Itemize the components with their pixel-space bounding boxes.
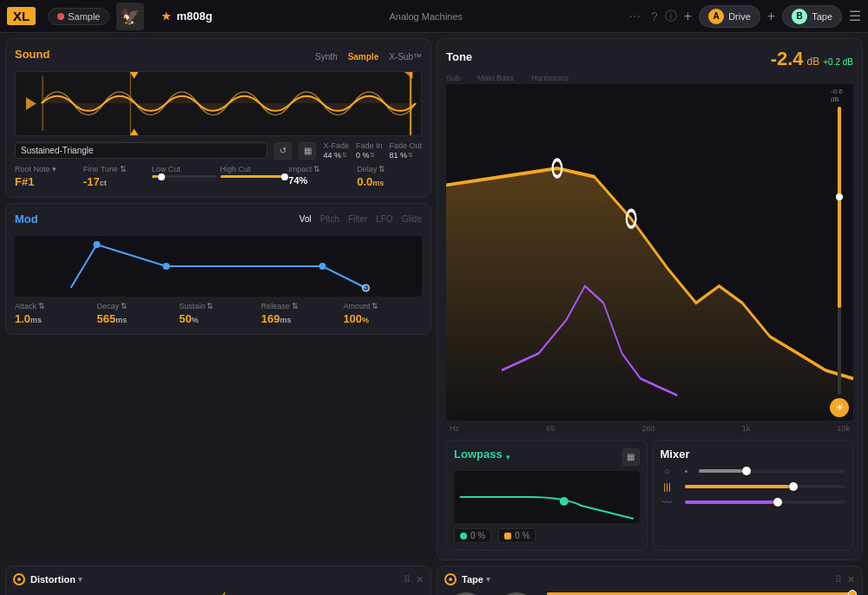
mixer-slider-1[interactable] (699, 469, 846, 473)
fadein-control[interactable]: Fade In 0 %⇅ (356, 141, 383, 160)
low-cut-slider[interactable] (152, 175, 217, 178)
root-note-value[interactable]: F#1 (15, 175, 80, 188)
mod-panel: Mod Vol Pitch Filter LFO Glide (5, 203, 431, 335)
mod-tab-lfo[interactable]: LFO (376, 214, 392, 224)
star-icon[interactable]: ★ (161, 10, 171, 23)
add-right-icon[interactable]: + (767, 9, 775, 24)
mod-tab-pitch[interactable]: Pitch (320, 214, 339, 224)
distortion-power-btn[interactable] (13, 573, 25, 585)
tone-title: Tone (446, 50, 472, 63)
preset-name-text: m808g (176, 10, 212, 23)
mixer-wave-icon: 〰 (661, 497, 674, 507)
tape-chevron[interactable]: ▾ (486, 575, 490, 584)
mixer-row-2: ||| (661, 481, 846, 492)
high-cut-slider[interactable] (220, 175, 286, 178)
synth-tab[interactable]: Synth (315, 52, 338, 62)
menu-icon[interactable]: ☰ (849, 8, 861, 24)
fadeout-label: Fade Out (389, 141, 422, 150)
sample-tab[interactable]: Sample (348, 52, 379, 62)
distortion-chevron[interactable]: ▾ (78, 575, 82, 584)
brightness-icon[interactable]: ☀ (830, 398, 849, 417)
distortion-close-icon[interactable]: ✕ (416, 574, 424, 585)
nav-b-button[interactable]: B Tape (782, 5, 842, 28)
tone-vertical-slider[interactable] (838, 107, 841, 395)
mixer-circle-icon: ○ (661, 466, 674, 476)
nav-b-label: Tape (812, 11, 832, 22)
mixer-title: Mixer (661, 448, 690, 461)
brand-dots[interactable]: ··· (629, 9, 641, 24)
high-cut-label: High Cut (220, 165, 286, 173)
sub-label: Sub (446, 74, 460, 82)
lowpass-grid-btn[interactable]: ▦ (622, 448, 640, 466)
svg-marker-14 (205, 592, 232, 596)
tone-db-unit: dB (807, 56, 820, 68)
mixer-row-3: 〰 (661, 497, 846, 507)
xfade-label: X-Fade (323, 141, 349, 150)
delay-value[interactable]: 0.0ms (357, 175, 422, 188)
mod-tab-filter[interactable]: Filter (348, 214, 367, 224)
nav-a-label: Drive (728, 11, 751, 22)
impact-value[interactable]: 74% (288, 175, 353, 186)
amount-group: Amount ⇅ 100% (343, 302, 422, 325)
brand-name: Analog Machines (230, 11, 622, 22)
svg-point-8 (163, 263, 170, 270)
nav-a-button[interactable]: A Drive (699, 5, 760, 28)
tone-header: Tone -2.4 dB +0.2 dB (446, 48, 853, 70)
lowpass-header: Lowpass ▾ ▦ (454, 448, 640, 466)
attack-value[interactable]: 1.0ms (15, 312, 94, 325)
lowpass-chevron[interactable]: ▾ (506, 453, 510, 461)
distortion-handle-icon[interactable]: ⠿ (404, 574, 411, 585)
lowpass-val1[interactable]: 0 % (454, 528, 491, 543)
info-icon[interactable]: ⓘ (665, 9, 677, 24)
lowpass-val2[interactable]: 0 % (498, 528, 536, 543)
tape-power-btn[interactable] (444, 573, 457, 585)
root-note-chevron[interactable]: ▾ (52, 165, 56, 173)
lowpass-title: Lowpass (454, 448, 503, 461)
sustain-value[interactable]: 50% (179, 312, 258, 325)
sample-button[interactable]: Sample (48, 8, 109, 25)
mixer-dot-icon: • (680, 466, 694, 476)
tape-handle-icon[interactable]: ⠿ (835, 574, 842, 585)
add-left-icon[interactable]: + (684, 9, 692, 24)
mixer-slider-2[interactable] (685, 485, 846, 488)
low-cut-group: Low Cut (152, 165, 217, 188)
mod-tab-glide[interactable]: Glide (402, 214, 422, 224)
harmonics-label: Harmonics (531, 74, 569, 82)
low-cut-label: Low Cut (152, 165, 217, 173)
decay-value[interactable]: 565ms (97, 312, 176, 325)
svg-rect-2 (130, 72, 131, 135)
delay-label: Delay ⇅ (357, 165, 422, 173)
loop-button[interactable]: ↺ (274, 142, 292, 160)
circle-a: A (708, 9, 724, 24)
release-value[interactable]: 169ms (261, 312, 340, 325)
mod-tabs: Vol Pitch Filter LFO Glide (299, 214, 422, 224)
mixer-bars-icon: ||| (661, 481, 674, 492)
mod-tab-vol[interactable]: Vol (299, 214, 312, 224)
fine-tune-value: -17ct (83, 175, 148, 188)
xfade-control[interactable]: X-Fade 44 %⇅ (323, 141, 349, 160)
amount-value[interactable]: 100% (343, 312, 422, 325)
xsub-tab[interactable]: X-Sub™ (389, 52, 422, 62)
tone-db-change: +0.2 dB (823, 57, 853, 67)
high-cut-group: High Cut (220, 165, 286, 188)
preset-select[interactable]: Sustained-Triangle (15, 142, 267, 159)
preset-name-header: ★ m808g (151, 10, 222, 23)
tone-chart: -0.6 dB ☀ (446, 84, 853, 421)
record-dot (57, 13, 64, 20)
svg-point-9 (319, 263, 326, 270)
tape-close-icon[interactable]: ✕ (847, 574, 855, 585)
sustain-group: Sustain ⇅ 50% (179, 302, 258, 325)
top-nav: XL Sample 🦅 ★ m808g Analog Machines ··· … (0, 0, 868, 33)
mixer-slider-3[interactable] (685, 500, 846, 504)
fadeout-control[interactable]: Fade Out 81 %⇅ (389, 141, 422, 160)
grid-button[interactable]: ▦ (299, 142, 316, 160)
release-group: Release ⇅ 169ms (261, 302, 340, 325)
impact-label: Impact ⇅ (288, 165, 353, 173)
sound-controls: Sustained-Triangle ↺ ▦ X-Fade 44 %⇅ Fade… (15, 141, 422, 160)
lowpass-footer: 0 % 0 % (454, 528, 640, 543)
sound-title: Sound (15, 48, 49, 61)
tone-vertical-controls: -0.6 dB ☀ (831, 88, 848, 417)
help-icon[interactable]: ? (651, 10, 658, 23)
fine-tune-chevron[interactable]: ⇅ (120, 165, 127, 173)
fine-tune-group: Fine Tune ⇅ -17ct (83, 165, 148, 188)
